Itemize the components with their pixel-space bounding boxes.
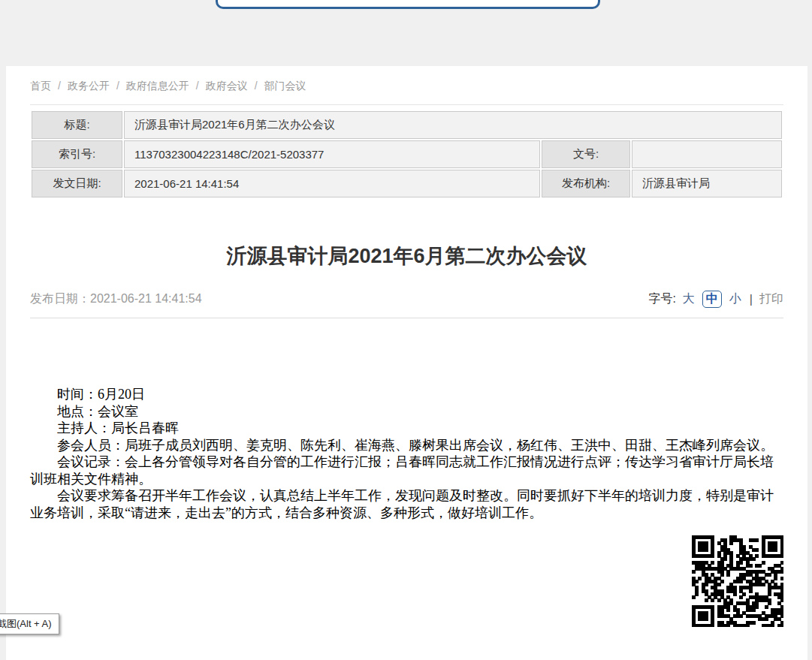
fontsize-controls: 字号: 大 中 小 | 打印 [648, 291, 783, 308]
table-row: 索引号: 11370323004223148C/2021-5203377 文号: [32, 140, 782, 168]
article-meta-row: 发布日期：2021-06-21 14:41:54 字号: 大 中 小 | 打印 [30, 291, 783, 308]
paragraph-place: 地点：会议室 [30, 403, 783, 420]
index-number-value: 11370323004223148C/2021-5203377 [124, 140, 540, 168]
doc-number-value [632, 140, 782, 168]
title-value: 沂源县审计局2021年6月第二次办公会议 [124, 111, 782, 139]
title-label: 标题: [32, 111, 122, 139]
issuing-org-label: 发布机构: [542, 170, 630, 197]
page-title: 沂源县审计局2021年6月第二次办公会议 [30, 241, 783, 271]
doc-number-label: 文号: [542, 140, 630, 168]
paragraph-requirements: 会议要求筹备召开半年工作会议，认真总结上半年工作，发现问题及时整改。同时要抓好下… [30, 487, 783, 521]
publish-date-value: 2021-06-21 14:41:54 [90, 292, 202, 305]
content-card: 首页/政务公开/政府信息公开/政府会议/部门会议 标题: 沂源县审计局2021年… [6, 66, 807, 660]
breadcrumb: 首页/政务公开/政府信息公开/政府会议/部门会议 [30, 66, 783, 105]
qr-code-container [30, 535, 783, 627]
breadcrumb-home[interactable]: 首页 [30, 80, 51, 92]
paragraph-time: 时间：6月20日 [30, 386, 783, 403]
table-row: 发文日期: 2021-06-21 14:41:54 发布机构: 沂源县审计局 [32, 170, 782, 197]
article-body: 时间：6月20日 地点：会议室 主持人：局长吕春晖 参会人员：局班子成员刘西明、… [30, 318, 783, 521]
issuing-org-value: 沂源县审计局 [632, 170, 782, 197]
fontsize-large-button[interactable]: 大 [683, 291, 695, 307]
paragraph-minutes: 会议记录：会上各分管领导对各自分管的工作进行汇报；吕春晖同志就工作汇报情况进行点… [30, 454, 783, 487]
breadcrumb-govt-affairs[interactable]: 政务公开 [68, 80, 110, 92]
divider: | [750, 293, 753, 306]
table-row: 标题: 沂源县审计局2021年6月第二次办公会议 [32, 111, 782, 139]
breadcrumb-separator: / [58, 80, 61, 92]
fontsize-label: 字号: [648, 291, 675, 307]
search-box-remnant [216, 0, 600, 9]
qr-code-image [692, 535, 783, 627]
fontsize-medium-button[interactable]: 中 [702, 291, 722, 308]
breadcrumb-separator: / [116, 80, 119, 92]
publish-date: 发布日期：2021-06-21 14:41:54 [30, 291, 202, 307]
document-meta-table: 标题: 沂源县审计局2021年6月第二次办公会议 索引号: 1137032300… [30, 110, 783, 199]
index-number-label: 索引号: [32, 140, 122, 168]
publish-date-label: 发布日期： [30, 292, 90, 305]
breadcrumb-govt-info[interactable]: 政府信息公开 [126, 80, 189, 92]
paragraph-attendees: 参会人员：局班子成员刘西明、姜克明、陈先利、崔海燕、滕树果出席会议，杨红伟、王洪… [30, 437, 783, 454]
paragraph-host: 主持人：局长吕春晖 [30, 420, 783, 437]
issue-date-value: 2021-06-21 14:41:54 [124, 170, 540, 197]
screenshot-tooltip: 截图(Alt + A) [0, 613, 59, 634]
breadcrumb-separator: / [255, 80, 258, 92]
issue-date-label: 发文日期: [32, 170, 122, 197]
print-button[interactable]: 打印 [759, 291, 783, 307]
fontsize-small-button[interactable]: 小 [729, 291, 741, 307]
breadcrumb-dept-meetings[interactable]: 部门会议 [264, 80, 306, 92]
breadcrumb-separator: / [196, 80, 199, 92]
breadcrumb-govt-meetings[interactable]: 政府会议 [206, 80, 248, 92]
